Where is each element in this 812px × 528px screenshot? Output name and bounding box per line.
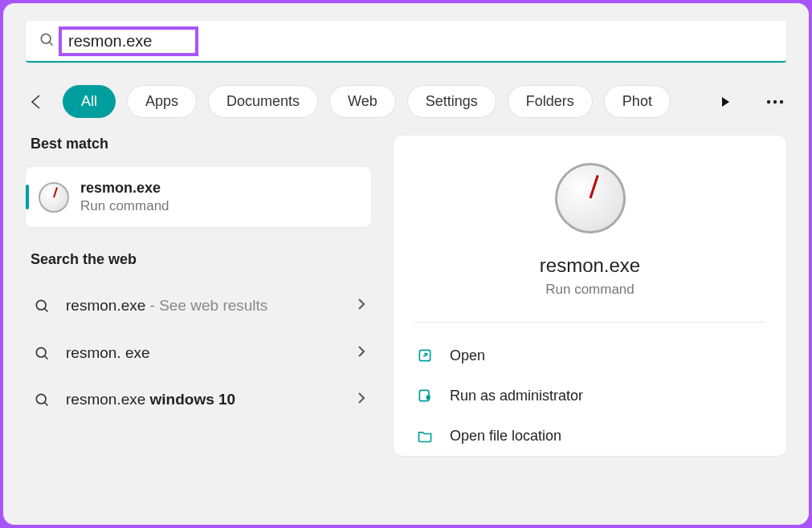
search-icon — [32, 298, 51, 314]
actions-list: Open Run as administrator — [414, 335, 765, 456]
search-input[interactable] — [68, 32, 189, 51]
action-label: Open — [450, 347, 485, 364]
svg-line-10 — [45, 403, 48, 406]
web-suggestion-text: resmon.exe windows 10 — [66, 389, 357, 411]
details-subtitle: Run command — [545, 282, 635, 298]
results-content: Best match resmon.exe Run command Search… — [26, 136, 786, 456]
search-icon — [32, 392, 51, 408]
web-suggestion[interactable]: resmon.exe windows 10 — [26, 376, 371, 424]
chevron-right-icon — [357, 392, 366, 408]
web-suggestion[interactable]: resmon. exe — [26, 330, 371, 377]
chevron-right-icon — [357, 298, 366, 314]
web-suggestion-text: resmon. exe — [66, 343, 357, 364]
details-title: resmon.exe — [540, 254, 640, 277]
action-open-file-location[interactable]: Open file location — [414, 416, 765, 456]
search-bar[interactable] — [26, 21, 786, 63]
svg-point-9 — [36, 395, 46, 404]
svg-point-4 — [780, 100, 783, 103]
svg-line-8 — [45, 356, 48, 359]
web-suggestions-list: resmon.exe - See web results resmon. exe — [26, 282, 371, 424]
action-label: Open file location — [450, 428, 561, 445]
details-panel: resmon.exe Run command Open — [394, 136, 786, 456]
search-input-highlight — [59, 26, 198, 56]
filter-pills: All Apps Documents Web Settings Folders … — [63, 85, 687, 118]
search-icon — [39, 31, 55, 51]
folder-icon — [416, 427, 434, 445]
divider — [414, 322, 765, 323]
open-icon — [416, 347, 434, 364]
best-match-result[interactable]: resmon.exe Run command — [26, 167, 371, 227]
filter-documents[interactable]: Documents — [208, 85, 318, 118]
search-web-heading: Search the web — [26, 251, 371, 268]
best-match-title: resmon.exe — [80, 180, 169, 197]
more-options-button[interactable] — [764, 91, 786, 113]
action-label: Run as administrator — [450, 388, 583, 404]
resmon-gauge-icon — [555, 163, 626, 234]
action-run-as-admin[interactable]: Run as administrator — [414, 376, 765, 416]
svg-point-3 — [773, 100, 777, 103]
back-button[interactable] — [26, 91, 47, 112]
svg-line-6 — [45, 309, 48, 312]
scroll-right-button[interactable] — [714, 91, 737, 113]
filter-apps[interactable]: Apps — [127, 85, 197, 118]
filter-folders[interactable]: Folders — [508, 85, 593, 118]
shield-icon — [416, 387, 434, 404]
svg-point-2 — [767, 100, 770, 103]
best-match-heading: Best match — [26, 136, 371, 152]
web-suggestion-text: resmon.exe - See web results — [66, 295, 357, 317]
filter-settings[interactable]: Settings — [407, 85, 496, 118]
svg-point-7 — [36, 347, 46, 357]
web-suggestion[interactable]: resmon.exe - See web results — [26, 282, 371, 330]
search-icon — [32, 345, 51, 361]
best-match-subtitle: Run command — [80, 198, 169, 214]
filter-photos[interactable]: Phot — [604, 85, 671, 118]
filter-all[interactable]: All — [63, 85, 116, 118]
search-window: All Apps Documents Web Settings Folders … — [3, 3, 809, 525]
filter-web[interactable]: Web — [329, 85, 396, 118]
svg-point-0 — [41, 34, 51, 43]
filter-row: All Apps Documents Web Settings Folders … — [26, 85, 786, 118]
action-open[interactable]: Open — [414, 335, 765, 376]
results-left-column: Best match resmon.exe Run command Search… — [26, 136, 371, 456]
best-match-text: resmon.exe Run command — [80, 180, 169, 214]
svg-line-1 — [50, 43, 53, 46]
svg-point-5 — [36, 301, 46, 311]
resmon-gauge-icon — [39, 182, 69, 213]
chevron-right-icon — [357, 345, 366, 361]
